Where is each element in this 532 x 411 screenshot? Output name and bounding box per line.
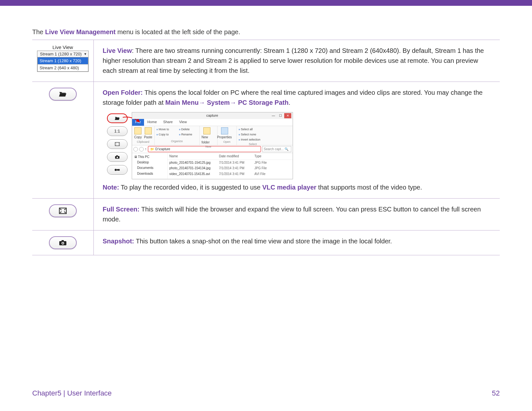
fullscreen-icon [59, 207, 67, 214]
path-system: System [205, 99, 230, 106]
footer-chapter: Chapter5 | User Interface [32, 389, 112, 397]
openfolder-label: Open Folder: [103, 89, 143, 96]
col-name[interactable]: Name [168, 154, 219, 159]
nav-up-icon[interactable]: ↑ [145, 146, 147, 152]
nav-back-icon[interactable] [133, 147, 138, 152]
svg-rect-6 [118, 169, 120, 171]
ribbon-copy[interactable]: Copy [134, 127, 142, 140]
explorer-search-input[interactable]: Search capt... 🔍 [262, 146, 291, 152]
page-footer: Chapter5 | User Interface 52 [32, 389, 500, 397]
svg-rect-9 [62, 240, 64, 241]
tab-view[interactable]: View [176, 118, 190, 126]
note-post: that supports most of the video type. [316, 184, 422, 191]
fullscreen-icon [115, 142, 120, 146]
open-folder-button[interactable] [49, 88, 77, 101]
fullscreen-text: This switch will hide the browser and ex… [103, 206, 481, 223]
explorer-ribbon: Copy Paste Clipboard Move to Copy to [132, 126, 293, 145]
side-icon-bar: 1:1 [103, 112, 132, 179]
address-path[interactable]: 📁 D:\capture [148, 146, 261, 152]
liveview-description: Live View: There are two streams running… [93, 40, 500, 82]
note-vlc: VLC media player [262, 184, 316, 191]
col-date[interactable]: Date modified [219, 154, 255, 159]
explorer-tabs: File Home Share View [132, 119, 293, 126]
side-snapshot-button[interactable] [107, 152, 128, 162]
camera-icon [115, 155, 120, 159]
ribbon-select-none[interactable]: Select none [239, 132, 267, 137]
ribbon-invert[interactable]: Invert selection [239, 138, 267, 142]
svg-point-11 [62, 243, 63, 244]
ribbon-rename[interactable]: Rename [179, 132, 192, 137]
feature-table: Live View Stream 1 (1280 x 720) ▼ Stream… [32, 40, 500, 255]
intro-highlight: Live View Management [45, 28, 116, 35]
dropdown-caret-icon: ▼ [84, 52, 87, 56]
openfolder-text1: This opens the local folder on PC where … [103, 89, 483, 106]
liveview-current-text: Stream 1 (1280 x 720) [40, 52, 82, 56]
snapshot-text: This button takes a snap-shot on the rea… [134, 238, 392, 245]
ribbon-delete[interactable]: Delete [179, 127, 192, 132]
intro-post: menu is located at the left side of the … [116, 28, 240, 35]
snapshot-button[interactable] [49, 236, 77, 249]
explorer-title: capture [132, 113, 293, 118]
svg-rect-2 [116, 155, 118, 156]
ribbon-new-folder[interactable]: New folder [202, 127, 212, 145]
list-item[interactable]: photo_20140701-154134.jpg7/1/2014 3:41 P… [168, 165, 293, 171]
nav-forward-icon[interactable] [139, 147, 144, 152]
list-item[interactable]: photo_20140701-154125.jpg7/1/2014 3:41 P… [168, 160, 293, 166]
intro-pre: The [32, 28, 45, 35]
explorer-figure: 1:1 capture [103, 112, 494, 179]
openfolder-left-cell [32, 82, 93, 199]
ribbon-group-open: Open [219, 140, 235, 144]
folder-open-icon [59, 91, 67, 98]
tab-share[interactable]: Share [160, 118, 176, 126]
explorer-titlebar: capture — ☐ ✕ [132, 113, 293, 119]
explorer-tree: 🖥 This PC Desktop Documents Downloads [132, 153, 168, 179]
header-bar [0, 0, 532, 6]
ribbon-select-all[interactable]: Select all [239, 127, 267, 132]
liveview-label: Live View [103, 47, 132, 54]
path-main-menu: Main Menu [165, 99, 198, 106]
recorder-icon [114, 168, 120, 172]
list-columns: Name Date modified Type [168, 153, 293, 160]
col-type[interactable]: Type [255, 154, 274, 159]
camera-icon [59, 239, 67, 246]
tab-home[interactable]: Home [144, 118, 160, 126]
tree-downloads[interactable]: Downloads [134, 171, 165, 177]
liveview-current-value[interactable]: Stream 1 (1280 x 720) ▼ [37, 51, 88, 57]
liveview-option-stream2[interactable]: Stream 2 (640 x 480) [37, 64, 88, 72]
footer-page-number: 52 [492, 389, 500, 397]
side-record-button[interactable] [107, 165, 128, 175]
liveview-dropdown[interactable]: Live View Stream 1 (1280 x 720) ▼ Stream… [37, 44, 89, 72]
snapshot-label: Snapshot: [103, 238, 134, 245]
note-label: Note: [103, 184, 119, 191]
snapshot-description: Snapshot: This button takes a snap-shot … [93, 230, 500, 255]
note-pre: To play the recorded video, it is sugges… [119, 184, 262, 191]
tree-this-pc[interactable]: 🖥 This PC [134, 154, 165, 160]
path-storage: PC Storage Path [236, 99, 288, 106]
ribbon-group-organize: Organize [157, 139, 198, 144]
page-content: The Live View Management menu is located… [0, 6, 532, 255]
list-item[interactable]: video_20140701-154135.avi7/1/2014 3:41 P… [168, 171, 293, 177]
fullscreen-label: Full Screen: [103, 206, 140, 213]
snapshot-left-cell [32, 230, 93, 255]
svg-point-3 [116, 157, 118, 158]
tree-documents[interactable]: Documents [134, 165, 165, 171]
arrow1: → [198, 99, 205, 106]
ribbon-paste[interactable]: Paste [144, 127, 152, 140]
fullscreen-button[interactable] [49, 204, 77, 217]
fullscreen-description: Full Screen: This switch will hide the b… [93, 199, 500, 230]
side-fullscreen-button[interactable] [107, 139, 128, 149]
svg-point-4 [114, 169, 117, 171]
liveview-left-cell: Live View Stream 1 (1280 x 720) ▼ Stream… [32, 40, 93, 82]
tree-desktop[interactable]: Desktop [134, 160, 165, 165]
file-explorer-window: capture — ☐ ✕ File Home Share View [132, 112, 293, 179]
ribbon-properties[interactable]: Properties [219, 127, 230, 140]
liveview-option-stream1[interactable]: Stream 1 (1280 x 720) [37, 57, 88, 64]
ribbon-group-clipboard: Clipboard [134, 140, 152, 144]
folder-icon: 📁 [150, 147, 154, 152]
side-actual-size-button[interactable]: 1:1 [107, 126, 128, 136]
liveview-text: : There are two streams running concurre… [103, 47, 484, 74]
explorer-address-bar: ↑ 📁 D:\capture Search capt... 🔍 [132, 145, 293, 153]
intro-paragraph: The Live View Management menu is located… [32, 28, 500, 36]
liveview-widget-title: Live View [37, 44, 89, 50]
openfolder-description: Open Folder: This opens the local folder… [93, 82, 500, 199]
